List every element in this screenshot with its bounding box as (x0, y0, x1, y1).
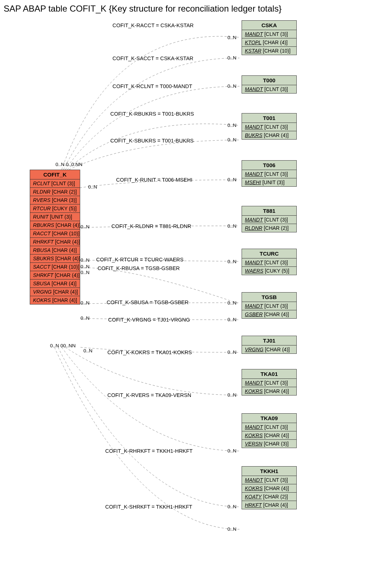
table-field: WAERS [CUKY (5)] (242, 267, 296, 275)
table-name: CSKA (242, 21, 296, 30)
cardinality-label: 0..N (227, 349, 237, 355)
cardinality-label: 0..N (227, 83, 237, 89)
table-field: KOATY [CHAR (2)] (242, 493, 296, 501)
table-field: MANDT [CLNT (3)] (242, 170, 296, 178)
table-field: RLDNR [CHAR (2)] (242, 224, 296, 232)
table-t006: T006 MANDT [CLNT (3)]MSEHI [UNIT (3)] (242, 160, 297, 187)
relationship-label: COFIT_K-SHRKFT = TKKH1-HRKFT (105, 504, 192, 510)
cardinality-label: 0..N (81, 264, 90, 269)
table-tcurc: TCURC MANDT [CLNT (3)]WAERS [CUKY (5)] (242, 249, 297, 275)
relationship-label: COFIT_K-RHRKFT = TKKH1-HRKFT (105, 448, 193, 454)
table-t000: T000 MANDT [CLNT (3)] (242, 75, 297, 94)
table-field: RBUSA [CHAR (4)] (30, 246, 80, 254)
cardinality-label: 0..N (227, 55, 237, 61)
relationship-label: COFIT_K-RTCUR = TCURC-WAERS (96, 257, 184, 262)
table-name: T006 (242, 161, 296, 170)
cardinality-label: 0..N (227, 35, 237, 40)
cardinality-label: 0..N (81, 270, 90, 275)
relationship-label: COFIT_K-RUNIT = T006-MSEHI (116, 177, 192, 183)
cardinality-label: 0..N (81, 257, 90, 263)
relationship-label: COFIT_K-RVERS = TKA09-VERSN (107, 392, 191, 398)
table-tkkh1: TKKH1 MANDT [CLNT (3)]KOKRS [CHAR (4)]KO… (242, 466, 297, 509)
table-field: HRKFT [CHAR (4)] (242, 501, 296, 509)
relationship-label: COFIT_K-RCLNT = T000-MANDT (112, 83, 192, 89)
table-name: TKKH1 (242, 467, 296, 476)
cardinality-label: 0..N (227, 392, 237, 398)
table-field: MANDT [CLNT (3)] (242, 30, 296, 38)
page-title: SAP ABAP table COFIT_K {Key structure fo… (4, 4, 374, 14)
table-field: RVERS [CHAR (3)] (30, 196, 80, 204)
table-field: VRGNG [CHAR (4)] (30, 288, 80, 296)
table-name: TKA09 (242, 414, 296, 423)
relationship-label: COFIT_K-RBUSA = TGSB-GSBER (98, 265, 180, 271)
cardinality-label: 0..N (227, 504, 237, 509)
table-field: SBUKRS [CHAR (4)] (30, 254, 80, 263)
table-field: KOKRS [CHAR (4)] (242, 387, 296, 395)
table-name: TJ01 (242, 336, 296, 345)
table-field: MANDT [CLNT (3)] (242, 216, 296, 224)
cardinality-label: 0..N 0..0.NN (56, 162, 82, 167)
table-cska: CSKA MANDT [CLNT (3)]KTOPL [CHAR (4)]KST… (242, 20, 297, 55)
table-name: T001 (242, 113, 296, 123)
table-field: MANDT [CLNT (3)] (242, 85, 296, 93)
cardinality-label: 0..N (227, 123, 237, 128)
relationship-label: COFIT_K-SBUSA = TGSB-GSBER (107, 299, 189, 305)
cardinality-label: 0..N (227, 526, 237, 532)
cardinality-label: 0..N (227, 448, 237, 454)
table-field: RUNIT [UNIT (3)] (30, 213, 80, 221)
table-cofit-k: COFIT_K RCLNT [CLNT (3)]RLDNR [CHAR (2)]… (30, 170, 80, 305)
cardinality-label: 0..N (227, 177, 237, 182)
er-diagram: COFIT_K RCLNT [CLNT (3)]RLDNR [CHAR (2)]… (4, 17, 370, 588)
relationship-label: COFIT_K-SACCT = CSKA-KSTAR (112, 55, 193, 61)
table-field: SACCT [CHAR (10)] (30, 263, 80, 271)
relationship-label: COFIT_K-SBUKRS = T001-BUKRS (110, 138, 194, 144)
table-field: KOKRS [CHAR (4)] (30, 296, 80, 304)
cardinality-label: 0..N 00..NN (50, 343, 76, 348)
table-field: MANDT [CLNT (3)] (242, 302, 296, 310)
relationship-label: COFIT_K-RACCT = CSKA-KSTAR (112, 22, 194, 28)
table-field: RTCUR [CUKY (5)] (30, 204, 80, 213)
table-field: KOKRS [CHAR (4)] (242, 431, 296, 440)
cardinality-label: 0..N (227, 300, 237, 306)
cardinality-label: 0..N (227, 317, 237, 322)
relationship-label: COFIT_K-RLDNR = T881-RLDNR (111, 223, 191, 229)
table-field: RLDNR [CHAR (2)] (30, 188, 80, 196)
table-field: MSEHI [UNIT (3)] (242, 178, 296, 186)
table-field: RBUKRS [CHAR (4)] (30, 221, 80, 229)
table-field: MANDT [CLNT (3)] (242, 258, 296, 267)
table-tj01: TJ01 VRGNG [CHAR (4)] (242, 336, 297, 354)
table-field: RCLNT [CLNT (3)] (30, 179, 80, 188)
table-field: MANDT [CLNT (3)] (242, 476, 296, 484)
table-tka09: TKA09 MANDT [CLNT (3)]KOKRS [CHAR (4)]VE… (242, 413, 297, 448)
relationship-label: COFIT_K-RBUKRS = T001-BUKRS (110, 111, 194, 117)
table-t001: T001 MANDT [CLNT (3)]BUKRS [CHAR (4)] (242, 113, 297, 140)
cardinality-label: 0..N (88, 184, 97, 190)
table-name: TCURC (242, 249, 296, 258)
cardinality-label: 0..N (81, 300, 90, 306)
table-field: KSTAR [CHAR (10)] (242, 47, 296, 55)
table-field: BUKRS [CHAR (4)] (242, 131, 296, 139)
table-field: MANDT [CLNT (3)] (242, 379, 296, 387)
table-field: VRGNG [CHAR (4)] (242, 345, 296, 353)
cardinality-label: 0..N (83, 348, 93, 353)
table-field: RHRKFT [CHAR (4)] (30, 238, 80, 246)
cardinality-label: 0..N (227, 259, 237, 264)
table-name: T000 (242, 76, 296, 85)
table-field: GSBER [CHAR (4)] (242, 310, 296, 318)
table-name: COFIT_K (30, 170, 80, 179)
table-field: VERSN [CHAR (3)] (242, 440, 296, 448)
cardinality-label: 0..N (227, 137, 237, 142)
relationship-label: COFIT_K-VRGNG = TJ01-VRGNG (108, 317, 190, 323)
table-field: SHRKFT [CHAR (4)] (30, 271, 80, 279)
cardinality-label: 0..N (81, 224, 90, 229)
table-field: RACCT [CHAR (10)] (30, 229, 80, 238)
table-field: KTOPL [CHAR (4)] (242, 38, 296, 47)
table-name: TKA01 (242, 369, 296, 379)
table-field: MANDT [CLNT (3)] (242, 123, 296, 131)
table-name: TGSB (242, 293, 296, 302)
table-t881: T881 MANDT [CLNT (3)]RLDNR [CHAR (2)] (242, 206, 297, 232)
table-field: KOKRS [CHAR (4)] (242, 484, 296, 493)
table-tka01: TKA01 MANDT [CLNT (3)]KOKRS [CHAR (4)] (242, 369, 297, 396)
relationship-label: COFIT_K-KOKRS = TKA01-KOKRS (107, 349, 192, 355)
table-field: SBUSA [CHAR (4)] (30, 279, 80, 288)
